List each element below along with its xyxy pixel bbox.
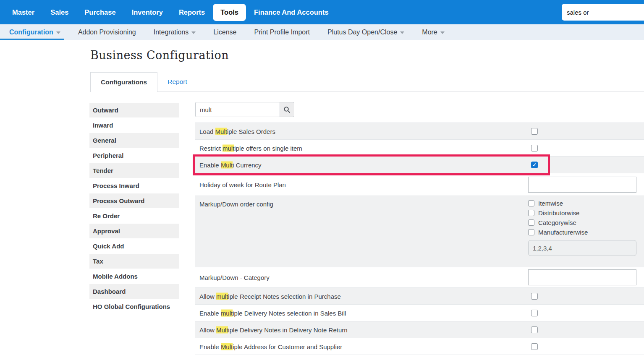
top-nav-item-finance-and-accounts[interactable]: Finance And Accounts (246, 4, 337, 21)
sidebar-item-general[interactable]: General (89, 133, 179, 148)
sub-nav-item-integrations[interactable]: Integrations (145, 24, 205, 40)
search-highlight: mult (223, 144, 234, 151)
tab-bar: Configurations Report (90, 72, 644, 91)
row-text-input[interactable] (528, 177, 636, 193)
sub-nav-item-addon-provisioning[interactable]: Addon Provisioning (69, 24, 145, 40)
option-checkbox[interactable] (528, 200, 534, 206)
sidebar-item-process-outward[interactable]: Process Outward (89, 193, 179, 208)
config-row-enable-multiple-address-for-customer-and-supplier: Enable Multiple Address for Customer and… (195, 338, 644, 355)
option-itemwise[interactable]: Itemwise (528, 200, 636, 207)
sidebar-item-mobile-addons[interactable]: Mobile Addons (89, 269, 179, 284)
top-nav-item-reports[interactable]: Reports (171, 4, 213, 21)
option-checkbox[interactable] (528, 219, 534, 226)
row-checkbox[interactable]: ✓ (531, 162, 538, 168)
option-label: Manufacturerwise (538, 229, 588, 236)
sidebar-item-quick-add[interactable]: Quick Add (89, 239, 179, 253)
configuration-category-sidebar: OutwardInwardGeneralPeripheralTenderProc… (89, 103, 179, 314)
sub-nav-item-label: Integrations (154, 29, 189, 36)
top-nav-item-tools[interactable]: Tools (213, 4, 246, 21)
option-distributorwise[interactable]: Distributorwise (528, 209, 636, 217)
option-checkbox[interactable] (528, 229, 534, 235)
chevron-down-icon (56, 31, 60, 34)
config-row-markup-down-order-config: Markup/Down order configItemwiseDistribu… (195, 196, 644, 267)
sidebar-item-tax[interactable]: Tax (89, 254, 179, 269)
config-row-restrict-multiple-offers-on-single-item: Restrict multiple offers on single item (195, 140, 644, 157)
top-navigation-bar: MasterSalesPurchaseInventoryReportsTools… (0, 0, 644, 24)
row-checkbox[interactable] (531, 343, 538, 350)
config-row-enable-multiple-delivery-notes-selection-in-sales-bill: Enable multiple Delivery Notes selection… (195, 305, 644, 321)
sidebar-item-approval[interactable]: Approval (89, 224, 179, 238)
top-nav-item-sales[interactable]: Sales (42, 4, 76, 21)
sub-nav-item-configuration[interactable]: Configuration (0, 24, 69, 40)
search-highlight: mult (221, 309, 233, 316)
search-highlight: Mult (221, 161, 233, 168)
config-row-label: Enable multiple Delivery Notes selection… (199, 309, 346, 316)
config-row-label: Holiday of week for Route Plan (199, 181, 286, 188)
sidebar-item-ho-global-configurations[interactable]: HO Global Configurations (89, 299, 179, 314)
config-row-markup-down-category: Markup/Down - Category (195, 267, 644, 288)
config-row-label: Allow Multiple Delivery Notes in Deliver… (199, 326, 348, 333)
sidebar-item-process-inward[interactable]: Process Inward (89, 178, 179, 193)
tab-report[interactable]: Report (157, 72, 197, 91)
sub-nav-item-print-profile-import[interactable]: Print Profile Import (246, 24, 319, 40)
option-label: Distributorwise (538, 209, 579, 217)
sub-nav-item-plutus-day-open-close[interactable]: Plutus Day Open/Close (319, 24, 413, 40)
config-row-label: Load Multiple Sales Orders (199, 128, 275, 135)
config-row-allow-multiple-delivery-notes-in-delivery-note-return: Allow Multiple Delivery Notes in Deliver… (195, 321, 644, 338)
search-highlight: Mult (221, 343, 233, 350)
global-search-input[interactable] (562, 4, 644, 21)
sub-nav-item-license[interactable]: License (204, 24, 245, 40)
config-row-label: Allow multiple Receipt Notes selection i… (199, 292, 341, 300)
sub-nav-item-label: More (422, 29, 437, 36)
search-highlight: Mult (216, 326, 228, 333)
row-checkbox[interactable] (531, 128, 538, 135)
top-nav-items: MasterSalesPurchaseInventoryReportsTools… (4, 4, 337, 21)
search-highlight: Mult (215, 128, 227, 135)
row-checkbox[interactable] (531, 145, 538, 151)
config-search-input[interactable] (195, 102, 280, 117)
top-nav-item-inventory[interactable]: Inventory (124, 4, 171, 21)
option-label: Categorywise (538, 219, 576, 226)
sidebar-item-peripheral[interactable]: Peripheral (89, 148, 179, 163)
configuration-table: Load Multiple Sales OrdersRestrict multi… (195, 123, 644, 355)
markup-config-group: ItemwiseDistributorwiseCategorywiseManuf… (528, 200, 636, 256)
markup-order-input[interactable] (528, 240, 636, 256)
option-label: Itemwise (538, 200, 563, 207)
option-checkbox[interactable] (528, 210, 534, 216)
sidebar-item-inward[interactable]: Inward (89, 118, 179, 133)
page-title: Business Configuration (90, 49, 229, 62)
sidebar-item-tender[interactable]: Tender (89, 163, 179, 178)
sub-nav-item-label: Print Profile Import (254, 29, 310, 36)
sub-nav-item-label: Plutus Day Open/Close (327, 29, 397, 36)
row-checkbox[interactable] (531, 310, 538, 316)
config-search-button[interactable] (280, 102, 294, 117)
config-row-load-multiple-sales-orders: Load Multiple Sales Orders (195, 123, 644, 140)
config-row-label: Markup/Down order config (199, 201, 273, 208)
config-row-label: Enable Multi Currency (199, 161, 262, 168)
sub-navigation-bar: ConfigurationAddon ProvisioningIntegrati… (0, 24, 644, 40)
sub-nav-item-label: Addon Provisioning (78, 29, 136, 36)
sidebar-item-dashboard[interactable]: Dashboard (89, 284, 179, 299)
config-row-label: Markup/Down - Category (199, 274, 270, 281)
sub-nav-item-label: Configuration (9, 29, 53, 36)
chevron-down-icon (440, 31, 445, 34)
search-highlight: mult (216, 292, 228, 300)
row-checkbox[interactable] (531, 293, 538, 300)
sub-nav-items: ConfigurationAddon ProvisioningIntegrati… (0, 24, 453, 40)
option-categorywise[interactable]: Categorywise (528, 219, 636, 226)
chevron-down-icon (191, 31, 196, 34)
config-search (195, 102, 294, 117)
row-checkbox[interactable] (531, 326, 538, 333)
sidebar-item-outward[interactable]: Outward (89, 103, 179, 117)
option-manufacturerwise[interactable]: Manufacturerwise (528, 229, 636, 236)
chevron-down-icon (400, 31, 404, 34)
config-row-holiday-of-week-for-route-plan: Holiday of week for Route Plan (195, 173, 644, 196)
sub-nav-item-more[interactable]: More (413, 24, 453, 40)
top-nav-item-purchase[interactable]: Purchase (76, 4, 123, 21)
row-text-input[interactable] (528, 269, 636, 285)
active-subnav-underline (0, 39, 64, 40)
top-nav-item-master[interactable]: Master (4, 4, 42, 21)
sidebar-item-re-order[interactable]: Re Order (89, 209, 179, 223)
config-row-enable-multi-currency: Enable Multi Currency✓ (195, 157, 644, 173)
tab-configurations[interactable]: Configurations (90, 72, 157, 92)
